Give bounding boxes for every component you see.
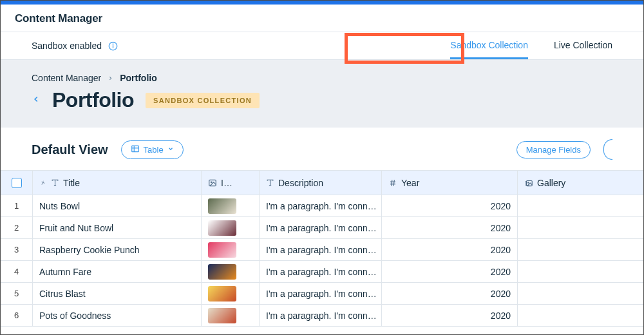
table-row[interactable]: 3Raspberry Cookie PunchI'm a paragraph. … xyxy=(1,239,643,261)
number-type-icon xyxy=(388,178,397,187)
chevron-right-icon xyxy=(108,73,113,83)
svg-line-15 xyxy=(393,180,394,186)
checkbox-icon xyxy=(12,178,22,188)
cell-description[interactable]: I'm a paragraph. I'm conn… xyxy=(260,261,382,282)
manage-fields-button[interactable]: Manage Fields xyxy=(516,141,591,158)
cell-description[interactable]: I'm a paragraph. I'm conn… xyxy=(260,283,382,304)
table-row[interactable]: 4Autumn FareI'm a paragraph. I'm conn…20… xyxy=(1,261,643,283)
column-header-description[interactable]: Description xyxy=(260,171,382,195)
cell-title[interactable]: Citrus Blast xyxy=(33,283,202,304)
cell-image[interactable] xyxy=(202,239,260,260)
column-header-title[interactable]: Title xyxy=(33,171,202,195)
svg-point-2 xyxy=(113,44,113,44)
table-row[interactable]: 6Pots of GoodnessI'm a paragraph. I'm co… xyxy=(1,305,643,327)
thumbnail xyxy=(208,198,236,214)
page-header: Content Manager Portfolio Portfolio SAND… xyxy=(1,60,643,128)
table-row[interactable]: 5Citrus BlastI'm a paragraph. I'm conn…2… xyxy=(1,283,643,305)
breadcrumb-current: Portfolio xyxy=(120,73,157,83)
column-header-gallery[interactable]: Gallery xyxy=(518,171,644,195)
cell-gallery[interactable] xyxy=(518,283,644,304)
cell-description[interactable]: I'm a paragraph. I'm conn… xyxy=(260,239,382,260)
table-icon xyxy=(131,144,140,155)
cell-title[interactable]: Nuts Bowl xyxy=(33,195,202,216)
image-type-icon xyxy=(208,178,217,187)
svg-point-9 xyxy=(211,181,212,182)
row-number: 5 xyxy=(1,283,33,304)
sandbox-enabled-label: Sandbox enabled xyxy=(32,41,102,51)
view-mode-label: Table xyxy=(144,145,164,155)
info-icon[interactable] xyxy=(108,41,118,51)
cell-description[interactable]: I'm a paragraph. I'm conn… xyxy=(260,305,382,326)
cell-image[interactable] xyxy=(202,305,260,326)
back-button[interactable] xyxy=(32,92,41,109)
text-type-icon xyxy=(51,178,59,187)
cell-image[interactable] xyxy=(202,261,260,282)
cell-title[interactable]: Raspberry Cookie Punch xyxy=(33,239,202,260)
thumbnail xyxy=(208,220,236,236)
column-header-image[interactable]: I… xyxy=(202,171,260,195)
breadcrumb: Content Manager Portfolio xyxy=(32,73,612,83)
cell-image[interactable] xyxy=(202,283,260,304)
cell-year[interactable]: 2020 xyxy=(382,283,518,304)
svg-rect-3 xyxy=(131,146,138,151)
text-type-icon xyxy=(266,178,274,187)
cell-gallery[interactable] xyxy=(518,217,644,238)
data-table: Title I… Description Year Gallery xyxy=(1,170,643,327)
thumbnail xyxy=(208,308,236,323)
svg-point-17 xyxy=(528,182,529,183)
page-title: Portfolio xyxy=(52,88,134,112)
cell-description[interactable]: I'm a paragraph. I'm conn… xyxy=(260,195,382,216)
view-toolbar: Default View Table Manage Fields xyxy=(1,128,643,170)
cell-year[interactable]: 2020 xyxy=(382,261,518,282)
gallery-type-icon xyxy=(524,178,533,187)
row-number: 2 xyxy=(1,217,33,238)
cell-gallery[interactable] xyxy=(518,305,644,326)
cell-title[interactable]: Autumn Fare xyxy=(33,261,202,282)
overflow-button-partial[interactable] xyxy=(603,139,612,160)
breadcrumb-root[interactable]: Content Manager xyxy=(32,73,101,83)
row-number: 1 xyxy=(1,195,33,216)
sandbox-bar: Sandbox enabled Sandbox Collection Live … xyxy=(1,32,643,60)
table-row[interactable]: 1Nuts BowlI'm a paragraph. I'm conn…2020 xyxy=(1,195,643,217)
cell-title[interactable]: Pots of Goodness xyxy=(33,305,202,326)
cell-title[interactable]: Fruit and Nut Bowl xyxy=(33,217,202,238)
cell-year[interactable]: 2020 xyxy=(382,195,518,216)
tab-sandbox-collection[interactable]: Sandbox Collection xyxy=(450,32,528,59)
cell-description[interactable]: I'm a paragraph. I'm conn… xyxy=(260,217,382,238)
cell-image[interactable] xyxy=(202,195,260,216)
column-header-year[interactable]: Year xyxy=(382,171,518,195)
table-row[interactable]: 2Fruit and Nut BowlI'm a paragraph. I'm … xyxy=(1,217,643,239)
cell-gallery[interactable] xyxy=(518,261,644,282)
chevron-down-icon xyxy=(167,146,174,153)
app-title: Content Manager xyxy=(1,5,643,32)
row-number: 4 xyxy=(1,261,33,282)
thumbnail xyxy=(208,264,236,280)
cell-gallery[interactable] xyxy=(518,239,644,260)
row-number: 6 xyxy=(1,305,33,326)
collection-tabs: Sandbox Collection Live Collection xyxy=(450,32,612,59)
row-number: 3 xyxy=(1,239,33,260)
cell-year[interactable]: 2020 xyxy=(382,217,518,238)
svg-line-14 xyxy=(392,180,392,186)
pin-icon xyxy=(39,179,47,187)
view-mode-selector[interactable]: Table xyxy=(121,140,184,159)
sandbox-collection-badge: SANDBOX COLLECTION xyxy=(146,93,260,108)
view-name: Default View xyxy=(32,142,108,157)
tab-live-collection[interactable]: Live Collection xyxy=(554,32,612,59)
cell-year[interactable]: 2020 xyxy=(382,239,518,260)
thumbnail xyxy=(208,286,236,302)
cell-year[interactable]: 2020 xyxy=(382,305,518,326)
table-header-row: Title I… Description Year Gallery xyxy=(1,171,643,195)
cell-image[interactable] xyxy=(202,217,260,238)
thumbnail xyxy=(208,242,236,258)
select-all-cell[interactable] xyxy=(1,171,33,195)
cell-gallery[interactable] xyxy=(518,195,644,216)
